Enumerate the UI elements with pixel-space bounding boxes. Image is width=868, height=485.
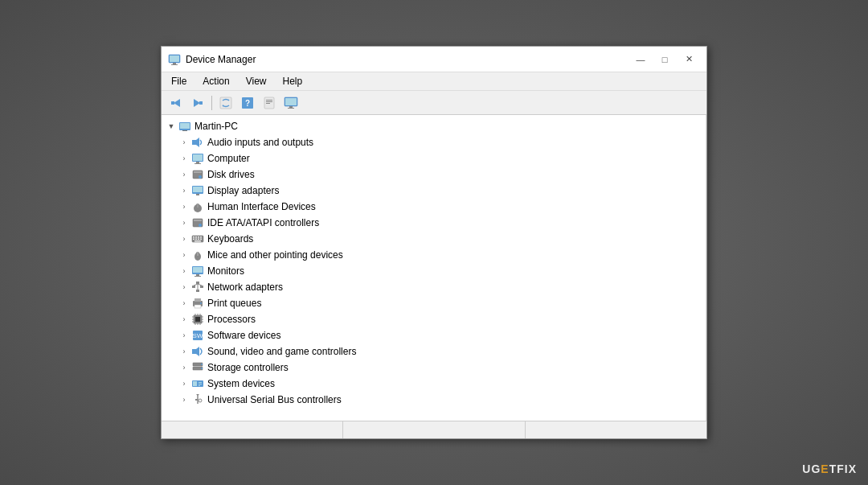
maximize-button[interactable]: □ xyxy=(653,51,676,68)
menu-view[interactable]: View xyxy=(240,74,273,88)
list-item[interactable]: › Universal Serial Bus controllers xyxy=(162,392,706,408)
svg-rect-59 xyxy=(200,286,203,288)
list-item[interactable]: › IDE ATA/ATAPI controllers xyxy=(162,215,706,231)
item-label: Computer xyxy=(207,153,250,164)
tree-panel[interactable]: ▼ Martin-PC › xyxy=(162,115,706,421)
monitor-icon xyxy=(190,265,205,277)
list-item[interactable]: › Network adapters xyxy=(162,279,706,295)
item-chevron: › xyxy=(178,393,190,406)
svg-rect-27 xyxy=(194,163,201,164)
content-area: ▼ Martin-PC › xyxy=(162,115,706,421)
list-item[interactable]: › SW Software devices xyxy=(162,327,706,343)
list-item[interactable]: › Storage controllers xyxy=(162,360,706,376)
list-item[interactable]: › Audio inputs and outputs xyxy=(162,134,706,150)
toolbar: ? xyxy=(162,91,706,115)
svg-marker-4 xyxy=(174,99,180,107)
menu-file[interactable]: File xyxy=(165,74,193,88)
svg-rect-41 xyxy=(193,236,194,238)
sound-icon xyxy=(190,345,205,358)
list-item[interactable]: › Monitors xyxy=(162,263,706,279)
list-item[interactable]: › Display adapters xyxy=(162,183,706,199)
item-label: Sound, video and game controllers xyxy=(207,346,356,357)
svg-rect-42 xyxy=(195,236,197,238)
svg-rect-20 xyxy=(180,123,190,129)
keyboard-icon xyxy=(190,232,205,245)
item-chevron: › xyxy=(178,281,190,294)
svg-rect-69 xyxy=(195,317,200,322)
root-label: Martin-PC xyxy=(194,121,238,132)
item-label: Network adapters xyxy=(207,282,283,293)
svg-rect-92 xyxy=(199,382,202,383)
audio-icon xyxy=(190,136,205,149)
svg-point-88 xyxy=(201,364,203,365)
properties-button[interactable] xyxy=(260,94,279,112)
item-label: Disk drives xyxy=(207,169,255,180)
svg-text:SW: SW xyxy=(193,332,203,339)
network-icon xyxy=(190,281,205,294)
svg-rect-38 xyxy=(194,220,202,221)
monitor-button[interactable] xyxy=(281,94,301,112)
svg-rect-56 xyxy=(194,276,201,277)
svg-rect-94 xyxy=(199,385,200,386)
svg-rect-57 xyxy=(196,282,199,284)
list-item[interactable]: › Mice and other pointing devices xyxy=(162,247,706,263)
ide-icon xyxy=(190,216,205,229)
svg-rect-91 xyxy=(193,381,197,386)
menu-action[interactable]: Action xyxy=(196,74,235,88)
list-item[interactable]: › System devices xyxy=(162,376,706,392)
svg-point-89 xyxy=(201,368,203,369)
item-chevron: › xyxy=(178,232,190,245)
item-chevron: › xyxy=(178,168,190,181)
list-item[interactable]: › xyxy=(162,311,706,327)
item-label: Software devices xyxy=(207,330,280,341)
item-label: Audio inputs and outputs xyxy=(207,137,313,148)
mouse-icon xyxy=(190,249,205,261)
tree-root[interactable]: ▼ Martin-PC xyxy=(162,118,706,134)
list-item[interactable]: › Disk drives xyxy=(162,166,706,183)
item-label: Print queues xyxy=(207,298,261,309)
status-bar xyxy=(162,421,706,438)
item-chevron: › xyxy=(178,184,190,197)
svg-rect-26 xyxy=(196,162,199,163)
item-chevron: › xyxy=(178,200,190,213)
svg-marker-23 xyxy=(196,138,199,147)
item-label: System devices xyxy=(207,378,275,389)
svg-point-67 xyxy=(200,302,202,304)
svg-marker-6 xyxy=(194,99,200,107)
list-item[interactable]: › Computer xyxy=(162,150,706,166)
display-icon xyxy=(190,184,205,197)
usb-icon xyxy=(190,393,205,406)
svg-rect-45 xyxy=(193,239,194,240)
list-item[interactable]: › Keyboards xyxy=(162,231,706,247)
svg-rect-5 xyxy=(171,101,174,105)
menu-help[interactable]: Help xyxy=(276,74,309,88)
svg-rect-12 xyxy=(266,100,272,101)
svg-rect-14 xyxy=(266,103,270,104)
item-chevron: › xyxy=(178,265,190,277)
forward-button[interactable] xyxy=(188,94,207,112)
list-item[interactable]: › Human Interface Devices xyxy=(162,199,706,215)
svg-rect-17 xyxy=(289,106,293,108)
list-item[interactable]: › Print queues xyxy=(162,295,706,311)
root-chevron: ▼ xyxy=(165,120,178,133)
disk-icon xyxy=(190,168,205,181)
svg-rect-65 xyxy=(194,298,201,302)
svg-rect-84 xyxy=(192,349,196,354)
watermark-highlight: E xyxy=(821,462,829,475)
refresh-button[interactable] xyxy=(216,94,235,112)
close-button[interactable]: ✕ xyxy=(678,51,700,68)
svg-point-39 xyxy=(199,224,202,227)
svg-rect-32 xyxy=(193,187,203,192)
status-segment-2 xyxy=(343,421,525,438)
svg-rect-46 xyxy=(195,239,197,240)
item-chevron: › xyxy=(178,136,190,149)
status-segment-3 xyxy=(526,421,706,438)
item-chevron: › xyxy=(178,345,190,358)
svg-text:?: ? xyxy=(245,99,250,108)
help-button[interactable]: ? xyxy=(238,94,257,112)
list-item[interactable]: › Sound, video and game controllers xyxy=(162,343,706,360)
minimize-button[interactable]: — xyxy=(629,51,652,68)
back-button[interactable] xyxy=(166,94,186,112)
computer-icon xyxy=(190,152,205,165)
item-label: Storage controllers xyxy=(207,362,289,373)
